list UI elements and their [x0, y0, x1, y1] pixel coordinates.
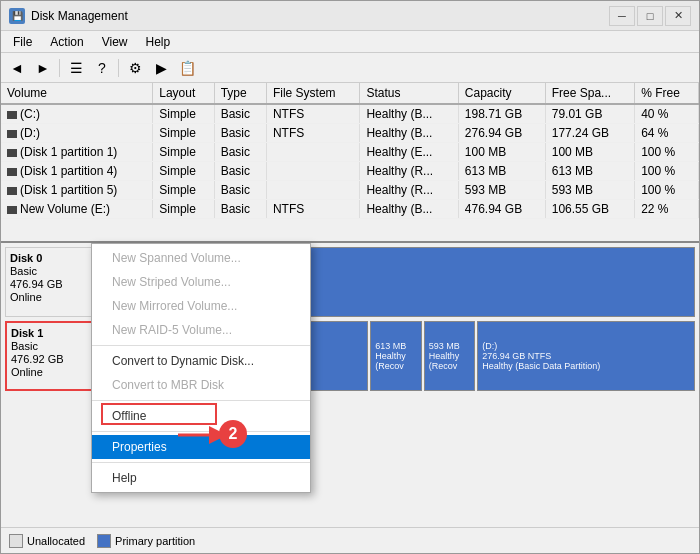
ctx-convert-mbr[interactable]: Convert to MBR Disk — [92, 373, 310, 397]
cell-type: Basic — [214, 124, 266, 143]
run-button[interactable]: ▶ — [149, 57, 173, 79]
settings-button[interactable]: ⚙ — [123, 57, 147, 79]
cell-fs — [266, 143, 359, 162]
maximize-button[interactable]: □ — [637, 6, 663, 26]
table-row[interactable]: (C:) Simple Basic NTFS Healthy (B... 198… — [1, 104, 699, 124]
cell-volume: (Disk 1 partition 5) — [1, 181, 153, 200]
legend: Unallocated Primary partition — [1, 527, 699, 553]
cell-pct: 100 % — [635, 143, 699, 162]
unallocated-label: Unallocated — [27, 535, 85, 547]
col-free[interactable]: Free Spa... — [545, 83, 634, 104]
d1p5-fs: 276.94 GB NTFS — [482, 351, 551, 361]
ctx-help[interactable]: Help — [92, 466, 310, 490]
cell-free: 106.55 GB — [545, 200, 634, 219]
cell-free: 177.24 GB — [545, 124, 634, 143]
cell-status: Healthy (B... — [360, 104, 458, 124]
col-fs[interactable]: File System — [266, 83, 359, 104]
table-row[interactable]: (Disk 1 partition 4) Simple Basic Health… — [1, 162, 699, 181]
disk0-label: Disk 0 Basic 476.94 GB Online — [5, 247, 95, 317]
disk1-size: 476.92 GB — [11, 353, 89, 365]
help-button[interactable]: ? — [90, 57, 114, 79]
col-capacity[interactable]: Capacity — [458, 83, 545, 104]
app-icon: 💾 — [9, 8, 25, 24]
table-row[interactable]: New Volume (E:) Simple Basic NTFS Health… — [1, 200, 699, 219]
disk1-type: Basic — [11, 340, 89, 352]
disk0-status: Online — [10, 291, 90, 303]
cell-pct: 40 % — [635, 104, 699, 124]
cell-type: Basic — [214, 200, 266, 219]
list-button[interactable]: ☰ — [64, 57, 88, 79]
cell-layout: Simple — [153, 181, 214, 200]
col-type[interactable]: Type — [214, 83, 266, 104]
cell-fs — [266, 181, 359, 200]
d1p3-desc: Healthy (Recov — [375, 351, 417, 371]
cell-capacity: 476.94 GB — [458, 200, 545, 219]
cell-volume: (D:) — [1, 124, 153, 143]
ctx-sep-1 — [92, 345, 310, 346]
title-bar-left: 💾 Disk Management — [9, 8, 128, 24]
cell-fs: NTFS — [266, 200, 359, 219]
col-layout[interactable]: Layout — [153, 83, 214, 104]
cell-capacity: 100 MB — [458, 143, 545, 162]
cell-volume: New Volume (E:) — [1, 200, 153, 219]
cell-layout: Simple — [153, 124, 214, 143]
disk1-p3[interactable]: 613 MB Healthy (Recov — [370, 321, 422, 391]
table-row[interactable]: (D:) Simple Basic NTFS Healthy (B... 276… — [1, 124, 699, 143]
copy-button[interactable]: 📋 — [175, 57, 199, 79]
ctx-new-spanned[interactable]: New Spanned Volume... — [92, 246, 310, 270]
cell-type: Basic — [214, 143, 266, 162]
disk1-label: Disk 1 Basic 476.92 GB Online — [5, 321, 95, 391]
main-content: Volume Layout Type File System Status Ca… — [1, 83, 699, 553]
disk1-p5[interactable]: (D:) 276.94 GB NTFS Healthy (Basic Data … — [477, 321, 695, 391]
menu-help[interactable]: Help — [138, 33, 179, 51]
menu-file[interactable]: File — [5, 33, 40, 51]
disk1-name: Disk 1 — [11, 327, 89, 339]
cell-status: Healthy (R... — [360, 181, 458, 200]
ctx-sep-2 — [92, 400, 310, 401]
cell-capacity: 613 MB — [458, 162, 545, 181]
minimize-button[interactable]: ─ — [609, 6, 635, 26]
cell-type: Basic — [214, 104, 266, 124]
primary-label: Primary partition — [115, 535, 195, 547]
d1p5-desc: Healthy (Basic Data Partition) — [482, 361, 600, 371]
d1p3-size: 613 MB — [375, 341, 406, 351]
toolbar-separator-2 — [118, 59, 119, 77]
disk0-type: Basic — [10, 265, 90, 277]
ctx-new-raid5[interactable]: New RAID-5 Volume... — [92, 318, 310, 342]
volume-table-area: Volume Layout Type File System Status Ca… — [1, 83, 699, 243]
disk1-p4[interactable]: 593 MB Healthy (Recov — [424, 321, 476, 391]
disk0-size: 476.94 GB — [10, 278, 90, 290]
ctx-convert-dynamic[interactable]: Convert to Dynamic Disk... — [92, 349, 310, 373]
cell-layout: Simple — [153, 162, 214, 181]
cell-status: Healthy (B... — [360, 200, 458, 219]
back-button[interactable]: ◄ — [5, 57, 29, 79]
title-buttons: ─ □ ✕ — [609, 6, 691, 26]
primary-icon — [97, 534, 111, 548]
d1p5-label: (D:) — [482, 341, 497, 351]
close-button[interactable]: ✕ — [665, 6, 691, 26]
context-menu: New Spanned Volume... New Striped Volume… — [91, 243, 311, 493]
col-volume[interactable]: Volume — [1, 83, 153, 104]
badge-2: 2 — [219, 420, 247, 448]
cell-capacity: 276.94 GB — [458, 124, 545, 143]
col-pct[interactable]: % Free — [635, 83, 699, 104]
cell-pct: 100 % — [635, 162, 699, 181]
forward-button[interactable]: ► — [31, 57, 55, 79]
menu-view[interactable]: View — [94, 33, 136, 51]
col-status[interactable]: Status — [360, 83, 458, 104]
cell-capacity: 198.71 GB — [458, 104, 545, 124]
menu-action[interactable]: Action — [42, 33, 91, 51]
cell-free: 613 MB — [545, 162, 634, 181]
ctx-new-striped[interactable]: New Striped Volume... — [92, 270, 310, 294]
legend-unallocated: Unallocated — [9, 534, 85, 548]
volume-table: Volume Layout Type File System Status Ca… — [1, 83, 699, 219]
cell-fs — [266, 162, 359, 181]
d1p4-desc: Healthy (Recov — [429, 351, 471, 371]
legend-primary: Primary partition — [97, 534, 195, 548]
table-row[interactable]: (Disk 1 partition 5) Simple Basic Health… — [1, 181, 699, 200]
d1p4-size: 593 MB — [429, 341, 460, 351]
cell-free: 593 MB — [545, 181, 634, 200]
cell-capacity: 593 MB — [458, 181, 545, 200]
table-row[interactable]: (Disk 1 partition 1) Simple Basic Health… — [1, 143, 699, 162]
ctx-new-mirrored[interactable]: New Mirrored Volume... — [92, 294, 310, 318]
